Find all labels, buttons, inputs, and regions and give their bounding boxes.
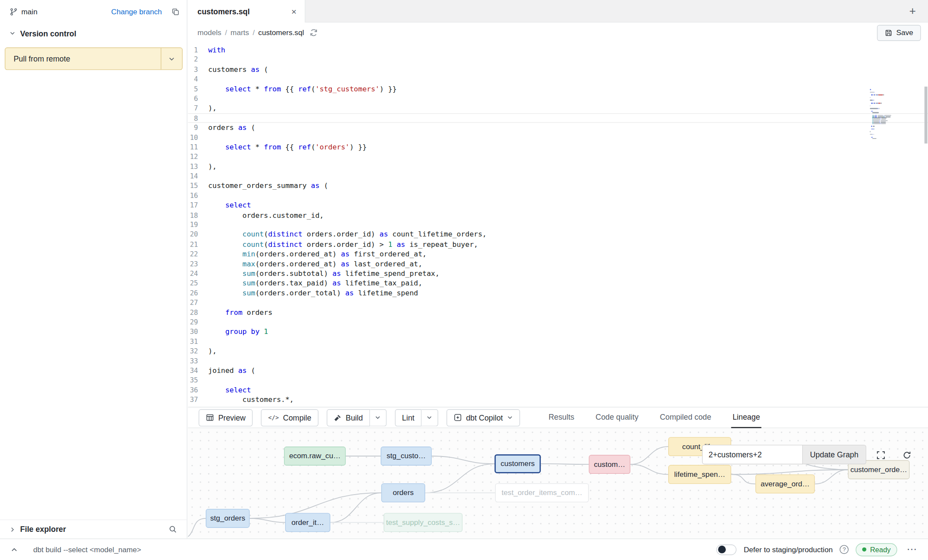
version-control-header[interactable]: Version control [0, 24, 187, 43]
lineage-node-test_order_items[interactable]: test_order_items_com… [495, 483, 588, 502]
close-tab-icon[interactable]: × [291, 7, 297, 16]
code-line[interactable]: 4 [188, 74, 928, 84]
code-line[interactable]: 30 group by 1 [188, 327, 928, 337]
change-branch-link[interactable]: Change branch [111, 8, 162, 16]
command-bar-expand-button[interactable] [8, 546, 20, 553]
breadcrumb-item-current: customers.sql [258, 29, 304, 37]
lineage-node-lifetime_spend[interactable]: lifetime_spen… [668, 465, 731, 484]
minimap-line [874, 129, 875, 129]
main-panel: customers.sql × + models / marts / custo… [188, 0, 928, 538]
code-line[interactable]: 8 [188, 113, 928, 123]
minimap[interactable] [870, 89, 907, 143]
code-line[interactable]: 12 [188, 152, 928, 162]
line-number: 19 [188, 220, 208, 230]
lineage-node-stg_orders[interactable]: stg_orders [206, 509, 249, 528]
refresh-icon [902, 450, 912, 460]
breadcrumb-item[interactable]: marts [230, 29, 249, 37]
code-line[interactable]: 35 [188, 375, 928, 385]
lineage-panel[interactable]: stg_ordersorder_it…ecom.raw_cu…stg_custo… [188, 428, 928, 539]
code-line[interactable]: 33 [188, 356, 928, 366]
defer-toggle[interactable] [716, 544, 737, 555]
code-line[interactable]: 29 [188, 317, 928, 327]
lineage-node-raw_customers[interactable]: ecom.raw_cu… [284, 447, 346, 466]
pull-from-remote-button[interactable]: Pull from remote [5, 48, 183, 70]
compile-button[interactable]: </> Compile [261, 409, 318, 426]
code-line[interactable]: 7), [188, 104, 928, 113]
minimap-line [874, 92, 875, 93]
build-dropdown-caret[interactable] [370, 409, 386, 426]
file-explorer-header[interactable]: File explorer [0, 520, 187, 539]
code-line[interactable]: 32), [188, 346, 928, 356]
lineage-node-orders[interactable]: orders [381, 483, 425, 502]
command-input[interactable]: dbt build --select <model_name> [33, 545, 141, 554]
code-line[interactable]: 3customers as ( [188, 65, 928, 74]
save-button[interactable]: Save [877, 25, 921, 41]
lint-button[interactable]: Lint [395, 409, 422, 426]
code-text: max(orders.ordered_at) as last_ordered_a… [208, 259, 423, 269]
tab-compiled-code[interactable]: Compiled code [659, 407, 712, 428]
code-line[interactable]: 11 select * from {{ ref('orders') }} [188, 142, 928, 152]
code-line[interactable]: 23 max(orders.ordered_at) as last_ordere… [188, 259, 928, 269]
breadcrumb-item[interactable]: models [197, 29, 221, 37]
code-line[interactable]: 6 [188, 94, 928, 103]
code-line[interactable]: 31 [188, 337, 928, 346]
code-text: joined as ( [208, 366, 255, 375]
pull-from-remote-caret[interactable] [161, 48, 182, 69]
code-line[interactable]: 14 [188, 172, 928, 181]
fullscreen-button[interactable] [871, 445, 890, 464]
lineage-node-order_items[interactable]: order_it… [285, 513, 330, 532]
code-line[interactable]: 27 [188, 298, 928, 308]
help-icon[interactable]: ? [840, 545, 849, 554]
code-line[interactable]: 18 orders.customer_id, [188, 210, 928, 220]
code-line[interactable]: 5 select * from {{ ref('stg_customers') … [188, 84, 928, 94]
code-line[interactable]: 9orders as ( [188, 123, 928, 133]
search-icon[interactable] [168, 525, 178, 534]
copy-icon[interactable] [171, 8, 180, 16]
code-editor[interactable]: 1with23customers as (45 select * from {{… [188, 43, 928, 407]
update-graph-button[interactable]: Update Graph [803, 445, 866, 464]
tab-code-quality[interactable]: Code quality [595, 407, 640, 428]
code-line[interactable]: 34joined as ( [188, 366, 928, 375]
lint-dropdown-caret[interactable] [421, 409, 438, 426]
code-line[interactable]: 17 select [188, 201, 928, 210]
new-tab-button[interactable]: + [905, 4, 920, 19]
preview-button[interactable]: Preview [199, 409, 253, 426]
minimap-line [885, 116, 890, 117]
code-line[interactable]: 26 sum(orders.order_total) as lifetime_s… [188, 288, 928, 298]
editor-scrollbar[interactable] [925, 87, 928, 143]
code-line[interactable]: 2 [188, 55, 928, 65]
status-badge[interactable]: Ready [856, 543, 897, 556]
code-line[interactable]: 16 [188, 191, 928, 201]
code-line[interactable]: 10 [188, 133, 928, 142]
code-line[interactable]: 28 from orders [188, 308, 928, 317]
code-line[interactable]: 24 sum(orders.subtotal) as lifetime_spen… [188, 269, 928, 278]
lineage-node-stg_customers[interactable]: stg_custo… [381, 447, 432, 466]
build-button[interactable]: Build [327, 409, 370, 426]
refresh-graph-button[interactable] [897, 445, 916, 464]
minimap-line [871, 103, 873, 104]
code-line[interactable]: 20 count(distinct orders.order_id) as co… [188, 230, 928, 240]
code-line[interactable]: 22 min(orders.ordered_at) as first_order… [188, 249, 928, 259]
file-sync-icon[interactable] [309, 28, 318, 37]
tab-customers-sql[interactable]: customers.sql × [188, 0, 305, 23]
code-line[interactable]: 1with [188, 45, 928, 55]
tab-lineage[interactable]: Lineage [731, 407, 761, 428]
code-line[interactable]: 15customer_orders_summary as ( [188, 181, 928, 191]
minimap-line [881, 118, 886, 119]
lineage-node-customers[interactable]: customers [495, 454, 541, 473]
graph-search-input[interactable] [702, 445, 803, 464]
lineage-node-customer_semantic[interactable]: custom… [589, 455, 631, 474]
code-line[interactable]: 13), [188, 162, 928, 171]
dbt-copilot-button[interactable]: dbt Copilot [446, 409, 520, 426]
lineage-node-test_supply[interactable]: test_supply_costs_s… [384, 513, 462, 532]
tab-results[interactable]: Results [547, 407, 576, 428]
minimap-line [870, 105, 870, 106]
chevron-right-icon [10, 526, 16, 532]
code-line[interactable]: 25 sum(orders.tax_paid) as lifetime_tax_… [188, 278, 928, 288]
more-options-button[interactable]: ⋯ [904, 543, 920, 556]
code-line[interactable]: 21 count(distinct orders.order_id) > 1 a… [188, 240, 928, 249]
code-line[interactable]: 19 [188, 220, 928, 230]
lineage-node-average_order[interactable]: average_ord… [756, 474, 815, 493]
code-line[interactable]: 37 customers.*, [188, 395, 928, 405]
code-line[interactable]: 36 select [188, 385, 928, 395]
